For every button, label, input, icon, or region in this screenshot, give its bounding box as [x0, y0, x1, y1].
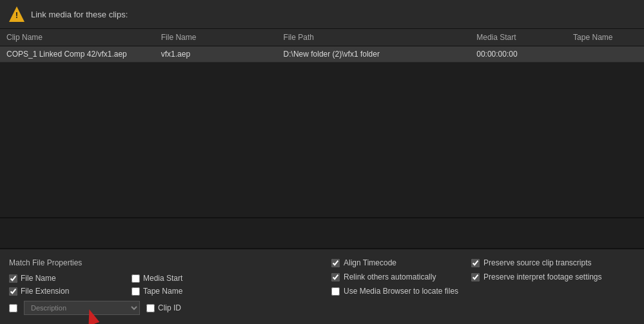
checkbox-preserve-footage-label[interactable]: Preserve interpret footage settings — [483, 272, 601, 281]
match-section-title: Match File Properties — [9, 258, 318, 267]
option-columns: Align Timecode Relink others automatical… — [331, 258, 635, 296]
header-file-path: File Path — [277, 33, 471, 42]
cell-clip-name: COPS_1 Linked Comp 42/vfx1.aep — [0, 50, 155, 59]
checkbox-clipid[interactable]: Clip ID — [146, 303, 181, 312]
checkbox-description-input[interactable] — [9, 304, 17, 312]
match-file-properties-section: Match File Properties File Name Media St… — [9, 258, 318, 315]
cell-tape-name — [567, 50, 644, 59]
checkbox-preserve-footage-input[interactable] — [471, 273, 480, 281]
header-clip-name: Clip Name — [0, 33, 155, 42]
cell-media-start: 00:00:00:00 — [470, 50, 567, 59]
options-col2: Preserve source clip transcripts Preserv… — [471, 258, 601, 296]
checkbox-filename[interactable]: File Name — [9, 274, 125, 283]
checkbox-filename-label[interactable]: File Name — [21, 274, 56, 283]
checkbox-tapename-label[interactable]: Tape Name — [143, 287, 182, 296]
header-media-start: Media Start — [470, 33, 567, 42]
table-empty-area — [0, 62, 644, 217]
options-col1: Align Timecode Relink others automatical… — [331, 258, 458, 296]
checkbox-fileext-input[interactable] — [9, 287, 17, 296]
checkbox-relink-label[interactable]: Relink others automatically — [344, 272, 436, 281]
table-area: Clip Name File Name File Path Media Star… — [0, 29, 644, 218]
warning-icon — [9, 6, 24, 22]
checkbox-mediastart-input[interactable] — [132, 274, 140, 283]
option-align-timecode[interactable]: Align Timecode — [331, 258, 458, 267]
option-preserve-footage[interactable]: Preserve interpret footage settings — [471, 272, 601, 281]
warning-text: Link media for these clips: — [31, 10, 128, 19]
table-header: Clip Name File Name File Path Media Star… — [0, 29, 644, 46]
checkbox-filename-input[interactable] — [9, 274, 17, 283]
checkbox-clipid-label[interactable]: Clip ID — [158, 303, 181, 312]
checkbox-align-timecode-input[interactable] — [331, 259, 340, 267]
checkbox-tapename-input[interactable] — [132, 287, 140, 296]
option-relink[interactable]: Relink others automatically — [331, 272, 458, 281]
option-preserve-transcripts[interactable]: Preserve source clip transcripts — [471, 258, 601, 267]
header-file-name: File Name — [155, 33, 277, 42]
cell-file-path: D:\New folder (2)\vfx1 folder — [277, 50, 471, 59]
description-row: Description Clip ID — [9, 301, 318, 315]
red-arrow-indicator — [91, 321, 117, 324]
checkbox-fileext[interactable]: File Extension — [9, 287, 125, 296]
checkbox-clipid-input[interactable] — [146, 304, 155, 312]
checkbox-relink-input[interactable] — [331, 273, 340, 281]
checkbox-media-browser-label[interactable]: Use Media Browser to locate files — [344, 287, 458, 296]
table-row[interactable]: COPS_1 Linked Comp 42/vfx1.aep vfx1.aep … — [0, 46, 644, 62]
checkbox-tapename[interactable]: Tape Name — [132, 287, 235, 296]
warning-bar: Link media for these clips: — [0, 0, 644, 29]
options-section: Align Timecode Relink others automatical… — [318, 258, 635, 315]
checkbox-media-browser-input[interactable] — [331, 287, 340, 296]
content-area: Clip Name File Name File Path Media Star… — [0, 29, 644, 248]
bottom-main: Match File Properties File Name Media St… — [9, 258, 635, 315]
description-dropdown[interactable]: Description — [24, 301, 140, 315]
checkbox-description-container[interactable] — [9, 304, 17, 312]
checkbox-preserve-transcripts-label[interactable]: Preserve source clip transcripts — [483, 258, 591, 267]
checkbox-fileext-label[interactable]: File Extension — [21, 287, 69, 296]
checkbox-preserve-transcripts-input[interactable] — [471, 259, 480, 267]
checkbox-align-timecode-label[interactable]: Align Timecode — [344, 258, 396, 267]
checkbox-mediastart-label[interactable]: Media Start — [143, 274, 182, 283]
checkbox-mediastart[interactable]: Media Start — [132, 274, 235, 283]
header-tape-name: Tape Name — [567, 33, 644, 42]
option-media-browser[interactable]: Use Media Browser to locate files — [331, 287, 458, 296]
cell-file-name: vfx1.aep — [155, 50, 277, 59]
bottom-panel: Match File Properties File Name Media St… — [0, 248, 644, 324]
